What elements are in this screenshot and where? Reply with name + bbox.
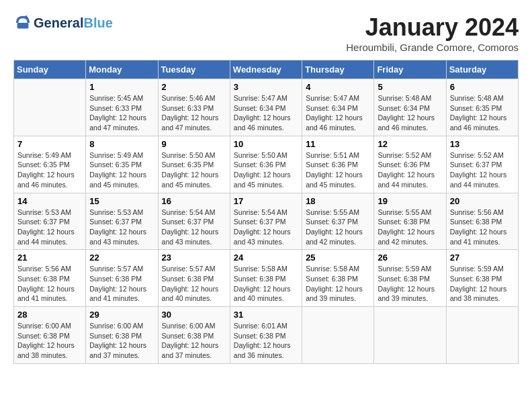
calendar-cell: 26Sunrise: 5:59 AM Sunset: 6:38 PM Dayli… bbox=[374, 250, 446, 307]
day-info: Sunrise: 5:46 AM Sunset: 6:33 PM Dayligh… bbox=[162, 93, 226, 133]
day-number: 22 bbox=[89, 253, 154, 263]
day-info: Sunrise: 5:50 AM Sunset: 6:36 PM Dayligh… bbox=[234, 150, 298, 190]
day-info: Sunrise: 5:57 AM Sunset: 6:38 PM Dayligh… bbox=[89, 264, 154, 304]
calendar-cell: 9Sunrise: 5:50 AM Sunset: 6:35 PM Daylig… bbox=[158, 136, 230, 193]
day-number: 8 bbox=[89, 139, 154, 149]
calendar-week-row: 14Sunrise: 5:53 AM Sunset: 6:37 PM Dayli… bbox=[14, 193, 519, 250]
calendar-cell: 14Sunrise: 5:53 AM Sunset: 6:37 PM Dayli… bbox=[14, 193, 86, 250]
day-info: Sunrise: 6:01 AM Sunset: 6:38 PM Dayligh… bbox=[234, 321, 298, 361]
calendar-cell: 4Sunrise: 5:47 AM Sunset: 6:34 PM Daylig… bbox=[302, 79, 374, 136]
day-info: Sunrise: 5:48 AM Sunset: 6:34 PM Dayligh… bbox=[378, 93, 442, 133]
day-number: 27 bbox=[450, 253, 515, 263]
calendar-week-row: 21Sunrise: 5:56 AM Sunset: 6:38 PM Dayli… bbox=[14, 250, 519, 307]
day-number: 5 bbox=[378, 82, 442, 92]
day-info: Sunrise: 6:00 AM Sunset: 6:38 PM Dayligh… bbox=[162, 321, 226, 361]
calendar-cell: 31Sunrise: 6:01 AM Sunset: 6:38 PM Dayli… bbox=[230, 307, 302, 364]
location-title: Heroumbili, Grande Comore, Comoros bbox=[346, 42, 519, 53]
calendar-cell: 27Sunrise: 5:59 AM Sunset: 6:38 PM Dayli… bbox=[446, 250, 518, 307]
calendar-cell: 15Sunrise: 5:53 AM Sunset: 6:37 PM Dayli… bbox=[86, 193, 158, 250]
calendar-cell: 12Sunrise: 5:52 AM Sunset: 6:36 PM Dayli… bbox=[374, 136, 446, 193]
day-number: 17 bbox=[234, 196, 298, 206]
day-number: 9 bbox=[162, 139, 226, 149]
weekday-header: Friday bbox=[374, 60, 446, 79]
day-info: Sunrise: 5:45 AM Sunset: 6:33 PM Dayligh… bbox=[89, 93, 154, 133]
day-info: Sunrise: 5:58 AM Sunset: 6:38 PM Dayligh… bbox=[306, 264, 370, 304]
calendar-cell: 20Sunrise: 5:56 AM Sunset: 6:38 PM Dayli… bbox=[446, 193, 518, 250]
weekday-header-row: SundayMondayTuesdayWednesdayThursdayFrid… bbox=[14, 60, 519, 79]
day-info: Sunrise: 5:58 AM Sunset: 6:38 PM Dayligh… bbox=[234, 264, 298, 304]
day-number: 18 bbox=[306, 196, 370, 206]
day-number: 12 bbox=[378, 139, 442, 149]
page-header: GeneralBlue January 2024 Heroumbili, Gra… bbox=[13, 13, 519, 53]
calendar-week-row: 28Sunrise: 6:00 AM Sunset: 6:38 PM Dayli… bbox=[14, 307, 519, 364]
day-number: 10 bbox=[234, 139, 298, 149]
calendar-cell: 25Sunrise: 5:58 AM Sunset: 6:38 PM Dayli… bbox=[302, 250, 374, 307]
day-number: 23 bbox=[162, 253, 226, 263]
day-info: Sunrise: 5:52 AM Sunset: 6:36 PM Dayligh… bbox=[378, 150, 442, 190]
weekday-header: Thursday bbox=[302, 60, 374, 79]
day-info: Sunrise: 5:51 AM Sunset: 6:36 PM Dayligh… bbox=[306, 150, 370, 190]
day-info: Sunrise: 5:52 AM Sunset: 6:37 PM Dayligh… bbox=[450, 150, 515, 190]
calendar-cell: 7Sunrise: 5:49 AM Sunset: 6:35 PM Daylig… bbox=[14, 136, 86, 193]
day-info: Sunrise: 5:50 AM Sunset: 6:35 PM Dayligh… bbox=[162, 150, 226, 190]
day-info: Sunrise: 5:56 AM Sunset: 6:38 PM Dayligh… bbox=[450, 208, 515, 247]
day-number: 4 bbox=[306, 82, 370, 92]
calendar-cell: 18Sunrise: 5:55 AM Sunset: 6:37 PM Dayli… bbox=[302, 193, 374, 250]
calendar-cell: 17Sunrise: 5:54 AM Sunset: 6:37 PM Dayli… bbox=[230, 193, 302, 250]
logo-text: GeneralBlue bbox=[34, 15, 113, 30]
day-info: Sunrise: 5:54 AM Sunset: 6:37 PM Dayligh… bbox=[234, 208, 298, 247]
day-info: Sunrise: 5:47 AM Sunset: 6:34 PM Dayligh… bbox=[234, 93, 298, 133]
day-info: Sunrise: 6:00 AM Sunset: 6:38 PM Dayligh… bbox=[89, 321, 154, 361]
calendar-cell: 6Sunrise: 5:48 AM Sunset: 6:35 PM Daylig… bbox=[446, 79, 518, 136]
logo-icon bbox=[13, 13, 32, 32]
calendar-cell: 11Sunrise: 5:51 AM Sunset: 6:36 PM Dayli… bbox=[302, 136, 374, 193]
day-number: 14 bbox=[17, 196, 82, 206]
weekday-header: Wednesday bbox=[230, 60, 302, 79]
calendar-week-row: 7Sunrise: 5:49 AM Sunset: 6:35 PM Daylig… bbox=[14, 136, 519, 193]
day-number: 13 bbox=[450, 139, 515, 149]
day-info: Sunrise: 5:55 AM Sunset: 6:38 PM Dayligh… bbox=[378, 208, 442, 247]
day-info: Sunrise: 5:59 AM Sunset: 6:38 PM Dayligh… bbox=[378, 264, 442, 304]
calendar-cell: 3Sunrise: 5:47 AM Sunset: 6:34 PM Daylig… bbox=[230, 79, 302, 136]
calendar-cell: 1Sunrise: 5:45 AM Sunset: 6:33 PM Daylig… bbox=[86, 79, 158, 136]
day-number: 16 bbox=[162, 196, 226, 206]
day-number: 28 bbox=[17, 310, 82, 320]
weekday-header: Sunday bbox=[14, 60, 86, 79]
day-info: Sunrise: 5:54 AM Sunset: 6:37 PM Dayligh… bbox=[162, 208, 226, 247]
calendar-cell: 21Sunrise: 5:56 AM Sunset: 6:38 PM Dayli… bbox=[14, 250, 86, 307]
calendar-cell: 19Sunrise: 5:55 AM Sunset: 6:38 PM Dayli… bbox=[374, 193, 446, 250]
day-number: 2 bbox=[162, 82, 226, 92]
calendar-cell: 30Sunrise: 6:00 AM Sunset: 6:38 PM Dayli… bbox=[158, 307, 230, 364]
calendar-cell: 5Sunrise: 5:48 AM Sunset: 6:34 PM Daylig… bbox=[374, 79, 446, 136]
day-number: 6 bbox=[450, 82, 515, 92]
calendar-cell: 2Sunrise: 5:46 AM Sunset: 6:33 PM Daylig… bbox=[158, 79, 230, 136]
day-number: 7 bbox=[17, 139, 82, 149]
calendar-cell bbox=[374, 307, 446, 364]
day-number: 29 bbox=[89, 310, 154, 320]
calendar-cell: 13Sunrise: 5:52 AM Sunset: 6:37 PM Dayli… bbox=[446, 136, 518, 193]
day-number: 31 bbox=[234, 310, 298, 320]
calendar-cell bbox=[14, 79, 86, 136]
day-number: 11 bbox=[306, 139, 370, 149]
day-info: Sunrise: 5:48 AM Sunset: 6:35 PM Dayligh… bbox=[450, 93, 515, 133]
weekday-header: Saturday bbox=[446, 60, 518, 79]
calendar-cell bbox=[446, 307, 518, 364]
calendar-cell: 22Sunrise: 5:57 AM Sunset: 6:38 PM Dayli… bbox=[86, 250, 158, 307]
day-info: Sunrise: 5:49 AM Sunset: 6:35 PM Dayligh… bbox=[17, 150, 82, 190]
calendar-cell bbox=[302, 307, 374, 364]
day-info: Sunrise: 6:00 AM Sunset: 6:38 PM Dayligh… bbox=[17, 321, 82, 361]
day-number: 19 bbox=[378, 196, 442, 206]
day-info: Sunrise: 5:57 AM Sunset: 6:38 PM Dayligh… bbox=[162, 264, 226, 304]
day-info: Sunrise: 5:49 AM Sunset: 6:35 PM Dayligh… bbox=[89, 150, 154, 190]
day-number: 20 bbox=[450, 196, 515, 206]
logo: GeneralBlue bbox=[13, 13, 113, 32]
day-number: 1 bbox=[89, 82, 154, 92]
day-number: 26 bbox=[378, 253, 442, 263]
day-number: 30 bbox=[162, 310, 226, 320]
day-number: 3 bbox=[234, 82, 298, 92]
calendar-cell: 16Sunrise: 5:54 AM Sunset: 6:37 PM Dayli… bbox=[158, 193, 230, 250]
calendar-cell: 29Sunrise: 6:00 AM Sunset: 6:38 PM Dayli… bbox=[86, 307, 158, 364]
day-number: 24 bbox=[234, 253, 298, 263]
day-info: Sunrise: 5:59 AM Sunset: 6:38 PM Dayligh… bbox=[450, 264, 515, 304]
calendar-cell: 24Sunrise: 5:58 AM Sunset: 6:38 PM Dayli… bbox=[230, 250, 302, 307]
